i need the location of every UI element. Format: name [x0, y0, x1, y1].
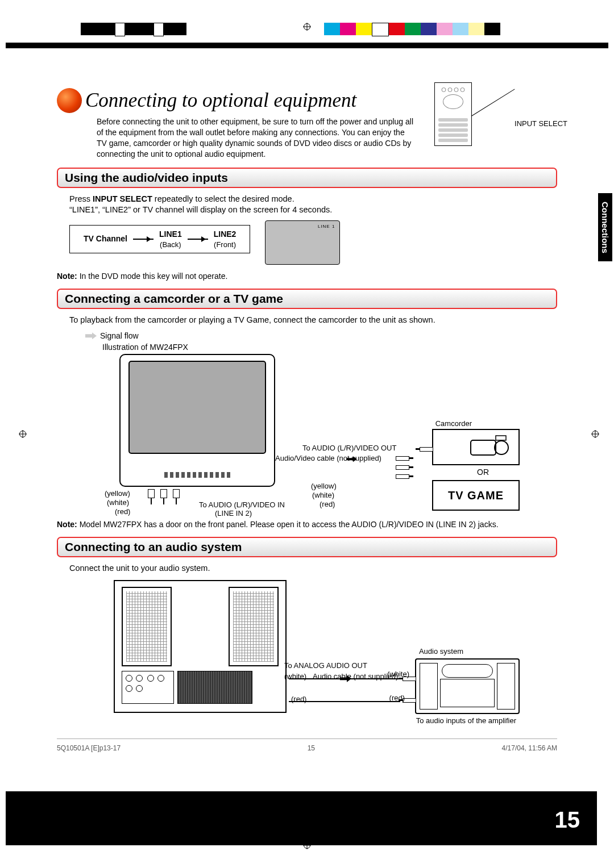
- label-analog-out: To ANALOG AUDIO OUT: [284, 661, 367, 670]
- camcorder-icon: [467, 435, 513, 460]
- mode-tvchannel: TV Channel: [84, 233, 127, 244]
- color-bars: [324, 23, 500, 35]
- section-heading-2: Connecting a camcorder or a TV game: [57, 289, 557, 309]
- section-camcorder-tvgame: Connecting a camcorder or a TV game To p…: [57, 289, 557, 529]
- label-to-amplifier: To audio inputs of the amplifier: [416, 716, 516, 725]
- tv-osd-illustration: LINE 1: [265, 220, 340, 265]
- mode-cycle-box: TV Channel LINE1 (Back) LINE2 (Front): [69, 225, 250, 253]
- input-select-label: INPUT SELECT: [515, 119, 567, 128]
- illustration-label: Illustration of MW24FPX: [102, 343, 188, 352]
- remote-illustration: [434, 82, 472, 146]
- section2-body: To playback from the camcorder or playin…: [69, 315, 557, 326]
- section1-note: Note: In the DVD mode this key will not …: [57, 272, 557, 281]
- label-white: (white): [107, 498, 129, 507]
- content-area: Connecting to optional equipment Before …: [57, 88, 557, 771]
- section-audio-system: Connecting to an audio system Connect th…: [57, 537, 557, 745]
- print-footer: 5Q10501A [E]p13-17 15 4/17/04, 11:56 AM: [57, 744, 557, 752]
- bw-bars: [81, 23, 186, 35]
- tv-front-illustration: [119, 354, 275, 487]
- section3-body: Connect the unit to your audio system.: [69, 563, 557, 574]
- mode-line1: LINE1 (Back): [159, 229, 182, 249]
- svg-rect-0: [471, 440, 496, 455]
- label-red: (red): [115, 507, 130, 516]
- registration-mark-top: [303, 23, 311, 31]
- body-rest: repeatedly to select the desired mode.: [155, 194, 294, 203]
- page-title: Connecting to optional equipment: [85, 89, 356, 112]
- bottom-black-bar: 15: [6, 791, 597, 845]
- label-audio-system: Audio system: [419, 647, 463, 656]
- arrow-icon: [133, 239, 154, 240]
- manual-page: Connections Connecting to optional equip…: [0, 0, 614, 868]
- mode-line2: LINE2 (Front): [214, 229, 237, 249]
- svg-rect-2: [496, 436, 506, 440]
- label-line-in: (LINE IN 2): [215, 509, 252, 518]
- svg-point-1: [495, 441, 508, 454]
- label-yellow-2: (yellow): [311, 482, 337, 490]
- label-av-cable: Audio/Video cable (not supplied): [275, 454, 381, 462]
- label-camcorder: Camcorder: [435, 419, 472, 428]
- rca-plug-icon: [396, 456, 409, 461]
- rca-plug-icon: [396, 465, 409, 470]
- intro-text: Before connecting the unit to other equi…: [97, 116, 415, 160]
- tv-rear-illustration: [114, 580, 287, 713]
- page-number: 15: [555, 807, 580, 833]
- label-white-2: (white): [312, 491, 334, 499]
- camcorder-diagram: Signal flow Illustration of MW24FPX (yel…: [57, 331, 557, 513]
- footer-page: 15: [308, 744, 315, 752]
- registration-mark-left: [19, 430, 27, 438]
- side-section-tab: Connections: [598, 193, 612, 261]
- body-inputselect: INPUT SELECT: [93, 194, 152, 203]
- registration-mark-right: [591, 430, 599, 438]
- footer-date: 4/17/04, 11:56 AM: [502, 744, 557, 752]
- footer-rule: [57, 738, 557, 739]
- arrow-icon: [85, 332, 97, 339]
- section2-note: Note: Model MW27FPX has a door on the fr…: [57, 520, 557, 529]
- section-audio-video-inputs: Using the audio/video inputs Press INPUT…: [57, 168, 557, 281]
- arrow-icon: [188, 239, 208, 240]
- label-white-4: (white): [387, 670, 409, 678]
- camcorder-illustration: [432, 429, 520, 465]
- signal-flow-legend: Signal flow: [85, 331, 139, 340]
- audio-system-diagram: To ANALOG AUDIO OUT (white) Audio cable …: [57, 580, 557, 745]
- label-yellow: (yellow): [105, 489, 130, 498]
- label-to-audio-out: To AUDIO (L/R)/VIDEO OUT: [302, 444, 396, 452]
- stereo-illustration: [415, 658, 520, 714]
- top-black-bar: [6, 43, 608, 48]
- label-red-2: (red): [320, 500, 335, 508]
- section1-text: Press INPUT SELECT repeatedly to select …: [69, 194, 557, 265]
- body-line2: “LINE1”, “LINE2” or TV channel will disp…: [69, 205, 332, 214]
- section-heading-1: Using the audio/video inputs: [57, 168, 557, 188]
- section-heading-3: Connecting to an audio system: [57, 537, 557, 557]
- label-to-audio-in: To AUDIO (L/R)/VIDEO IN: [199, 500, 285, 509]
- bullet-sphere-icon: [57, 88, 82, 113]
- body-press: Press: [69, 194, 93, 203]
- rca-plug-icon: [396, 474, 409, 479]
- osd-text: LINE 1: [318, 224, 335, 230]
- rca-plugs: [148, 489, 180, 498]
- tv-game-box: TV GAME: [432, 480, 520, 511]
- footer-doc: 5Q10501A [E]p13-17: [57, 744, 121, 752]
- or-label: OR: [477, 468, 489, 477]
